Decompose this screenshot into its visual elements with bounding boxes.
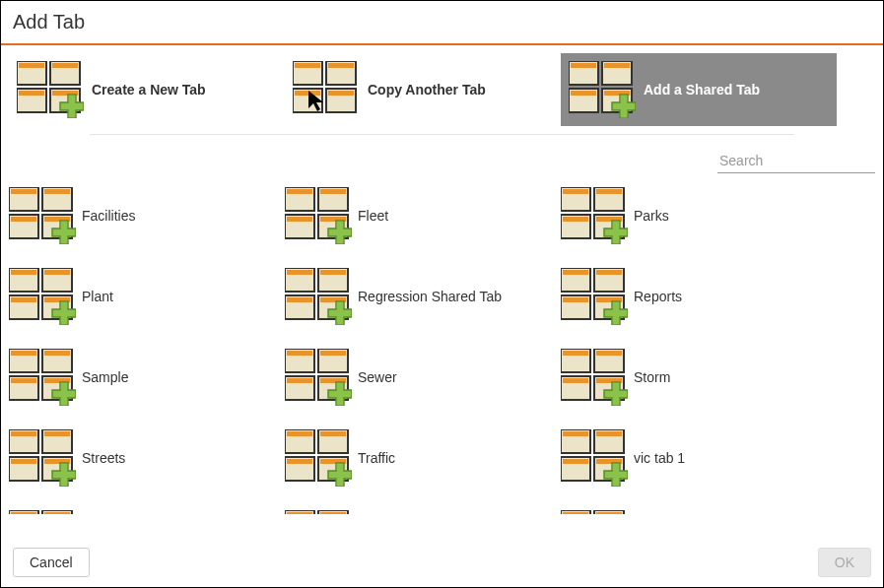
tab-item[interactable]: Facilities (9, 187, 285, 244)
tab-item-label: Storm (634, 369, 670, 385)
grid-plus-icon (285, 187, 352, 244)
mode-copy-another-tab[interactable]: Copy Another Tab (285, 53, 561, 126)
grid-plus-icon (9, 187, 76, 244)
dialog-title: Add Tab (1, 1, 883, 45)
tab-item-label: Sewer (358, 369, 397, 385)
mode-label: Add a Shared Tab (644, 82, 760, 98)
tab-item-label: Streets (82, 450, 125, 466)
grid-plus-icon (561, 349, 628, 406)
mode-create-new-tab[interactable]: Create a New Tab (9, 53, 285, 126)
grid-plus-icon (285, 349, 352, 406)
mode-label: Copy Another Tab (368, 82, 486, 98)
tab-item-label: Plant (82, 289, 113, 304)
tab-item[interactable]: Traffic (285, 429, 561, 487)
tab-item-label: Traffic (358, 450, 395, 466)
ok-button[interactable]: OK (818, 548, 871, 577)
search-input[interactable] (717, 149, 875, 173)
tab-item[interactable]: Sample (9, 349, 285, 406)
tab-item[interactable] (285, 510, 561, 514)
tabs-grid-scroll[interactable]: FacilitiesFleetParksPlantRegression Shar… (1, 179, 883, 514)
mode-selector: Create a New Tab Copy Another Tab Add a … (1, 45, 883, 134)
cancel-button[interactable]: Cancel (13, 548, 90, 577)
tab-item[interactable]: Plant (9, 268, 285, 325)
grid-plus-icon (285, 268, 352, 325)
tab-item[interactable]: Fleet (285, 187, 561, 244)
tab-item-label: Facilities (82, 208, 135, 224)
mode-add-shared-tab[interactable]: Add a Shared Tab (561, 53, 837, 126)
grid-plus-icon (9, 510, 76, 514)
tab-item-label: Fleet (358, 208, 388, 224)
grid-plus-icon (561, 187, 628, 244)
tab-item[interactable]: Streets (9, 429, 285, 487)
grid-plus-icon (9, 429, 76, 487)
tab-item[interactable]: Reports (561, 268, 837, 325)
tab-item[interactable]: Regression Shared Tab (285, 268, 561, 325)
search-row (1, 135, 883, 179)
grid-plus-icon (561, 510, 628, 514)
tab-item-label: vic tab 1 (634, 450, 685, 466)
tab-item-label: Parks (634, 208, 669, 224)
grid-plus-icon (9, 349, 76, 406)
dialog-footer: Cancel OK (1, 538, 883, 587)
tab-item-label: Sample (82, 369, 128, 385)
tabs-grid: FacilitiesFleetParksPlantRegression Shar… (9, 179, 883, 514)
tab-item[interactable]: Parks (561, 187, 837, 244)
grid-plus-icon (285, 429, 352, 487)
tab-item-label: Reports (634, 289, 682, 304)
grid-plus-icon (285, 510, 352, 514)
mode-label: Create a New Tab (92, 82, 206, 98)
grid-plus-icon (9, 268, 76, 325)
grid-plus-icon (561, 429, 628, 487)
grid-plus-icon (561, 268, 628, 325)
tab-item[interactable] (9, 510, 285, 514)
tab-item[interactable] (561, 510, 837, 514)
grid-plus-icon (17, 61, 84, 118)
tab-item[interactable]: Sewer (285, 349, 561, 406)
tab-item-label: Regression Shared Tab (358, 289, 502, 304)
grid-plus-icon (569, 61, 636, 118)
tab-item[interactable]: Storm (561, 349, 837, 406)
tab-item[interactable]: vic tab 1 (561, 429, 837, 487)
grid-cursor-icon (293, 61, 360, 118)
